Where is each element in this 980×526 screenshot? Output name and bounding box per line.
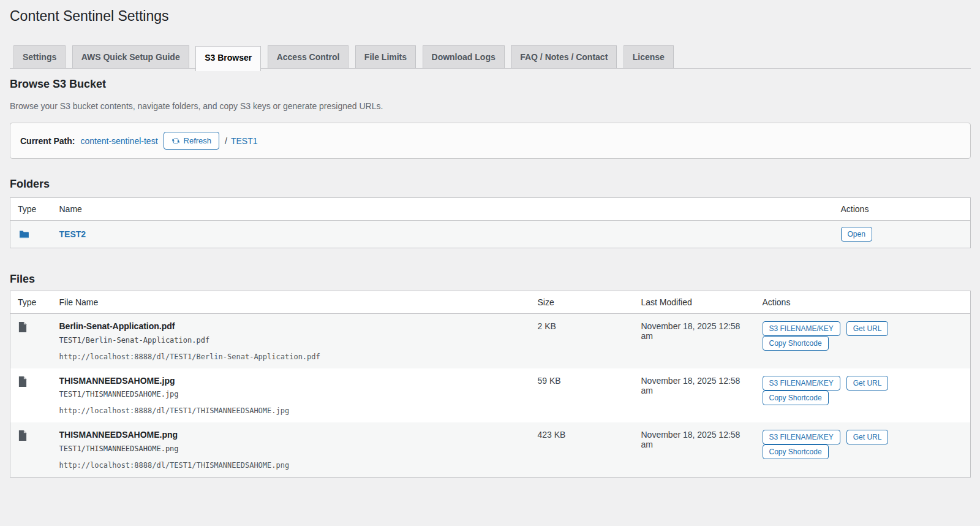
copy-shortcode-button[interactable]: Copy Shortcode [763, 391, 829, 405]
folders-col-type: Type [10, 197, 52, 220]
file-row: THISMANNEEDSAHOME.jpg TEST1/THISMANNEEDS… [10, 368, 971, 423]
file-name: Berlin-Senat-Application.pdf [59, 321, 523, 332]
file-size: 59 KB [530, 368, 634, 423]
file-last-modified: November 18, 2025 12:58 am [634, 422, 755, 477]
refresh-button[interactable]: Refresh [164, 132, 220, 150]
folder-row: TEST2 Open [10, 220, 971, 248]
copy-shortcode-button[interactable]: Copy Shortcode [763, 336, 829, 351]
files-header-row: Type File Name Size Last Modified Action… [10, 291, 971, 314]
file-key: TEST1/THISMANNEEDSAHOME.jpg [59, 390, 523, 398]
file-url: http://localhost:8888/dl/TEST1/Berlin-Se… [59, 353, 523, 361]
current-path-box: Current Path: content-sentinel-test Refr… [10, 123, 971, 159]
file-icon [18, 430, 45, 441]
tab-settings[interactable]: Settings [13, 45, 66, 69]
path-separator: / [225, 136, 227, 146]
files-col-size: Size [530, 291, 634, 314]
file-url: http://localhost:8888/dl/TEST1/THISMANNE… [59, 461, 523, 470]
tab-aws-quick-setup-guide[interactable]: AWS Quick Setup Guide [72, 45, 189, 69]
file-name: THISMANNEEDSAHOME.jpg [59, 376, 523, 387]
file-key: TEST1/Berlin-Senat-Application.pdf [59, 336, 523, 345]
file-url: http://localhost:8888/dl/TEST1/THISMANNE… [59, 406, 523, 415]
bucket-root-link[interactable]: content-sentinel-test [80, 136, 157, 146]
tab-access-control[interactable]: Access Control [268, 45, 349, 69]
file-row: THISMANNEEDSAHOME.png TEST1/THISMANNEEDS… [10, 422, 971, 477]
files-col-file-name: File Name [52, 291, 530, 314]
tab-download-logs[interactable]: Download Logs [423, 45, 505, 69]
copy-shortcode-button[interactable]: Copy Shortcode [763, 444, 829, 459]
path-segment-link[interactable]: TEST1 [231, 136, 258, 146]
file-row: Berlin-Senat-Application.pdf TEST1/Berli… [10, 314, 971, 368]
file-last-modified: November 18, 2025 12:58 am [634, 314, 755, 368]
s3-filename-key-button[interactable]: S3 FILENAME/KEY [763, 321, 840, 336]
file-icon [18, 321, 45, 333]
files-col-last-modified: Last Modified [634, 291, 755, 314]
file-size: 2 KB [530, 314, 634, 368]
get-url-button[interactable]: Get URL [846, 430, 889, 444]
page-title: Content Sentinel Settings [10, 8, 980, 25]
s3-filename-key-button[interactable]: S3 FILENAME/KEY [763, 430, 840, 444]
tab-file-limits[interactable]: File Limits [355, 45, 416, 69]
tab-faq-notes-contact[interactable]: FAQ / Notes / Contact [511, 45, 617, 69]
tab-license[interactable]: License [624, 45, 674, 69]
folders-header-row: Type Name Actions [10, 197, 971, 220]
tab-bar: Settings AWS Quick Setup Guide S3 Browse… [10, 45, 971, 69]
tab-s3-browser[interactable]: S3 Browser [195, 46, 261, 72]
get-url-button[interactable]: Get URL [846, 376, 889, 391]
files-table: Type File Name Size Last Modified Action… [10, 291, 971, 478]
file-size: 423 KB [530, 422, 634, 477]
refresh-button-label: Refresh [184, 136, 212, 145]
files-col-type: Type [10, 291, 52, 314]
refresh-icon [172, 137, 180, 145]
open-folder-button[interactable]: Open [841, 227, 872, 242]
folders-heading: Folders [10, 178, 980, 191]
folder-name-link[interactable]: TEST2 [59, 229, 86, 239]
files-heading: Files [10, 273, 980, 286]
files-col-actions: Actions [755, 291, 971, 314]
folders-table: Type Name Actions TEST2 Open [10, 197, 971, 248]
folder-icon [18, 228, 45, 240]
folders-col-name: Name [52, 197, 834, 220]
browse-s3-bucket-heading: Browse S3 Bucket [10, 78, 980, 91]
s3-filename-key-button[interactable]: S3 FILENAME/KEY [763, 376, 840, 391]
file-key: TEST1/THISMANNEEDSAHOME.png [59, 444, 523, 453]
folders-col-actions: Actions [834, 197, 971, 220]
current-path-label: Current Path: [20, 136, 75, 146]
get-url-button[interactable]: Get URL [846, 321, 889, 336]
file-last-modified: November 18, 2025 12:58 am [634, 368, 755, 423]
browse-s3-bucket-description: Browse your S3 bucket contents, navigate… [10, 101, 980, 112]
file-icon [18, 376, 45, 387]
file-name: THISMANNEEDSAHOME.png [59, 430, 523, 441]
